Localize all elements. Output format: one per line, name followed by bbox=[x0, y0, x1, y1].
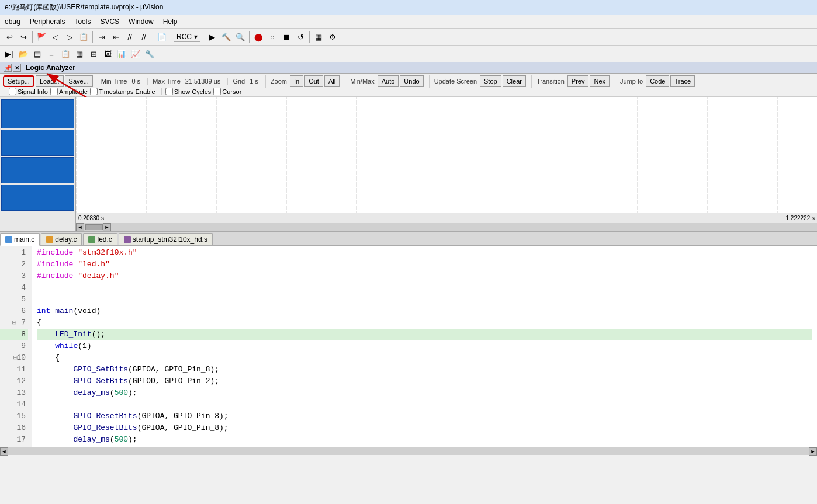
view5-btn[interactable]: 📊 bbox=[115, 47, 128, 60]
tab-icon-led bbox=[88, 236, 95, 243]
la-trace-btn[interactable]: Trace bbox=[670, 75, 695, 87]
cursor-checkbox[interactable] bbox=[213, 88, 221, 95]
la-signal-info-check[interactable]: Signal Info bbox=[9, 88, 48, 95]
menu-debug[interactable]: ebug bbox=[0, 16, 25, 27]
comment-btn[interactable]: // bbox=[123, 30, 136, 43]
la-checkboxes: Signal Info Amplitude Timestamps Enable bbox=[5, 88, 157, 95]
copy-btn[interactable]: 📋 bbox=[77, 30, 90, 43]
editor-scroll-right[interactable]: ► bbox=[809, 447, 817, 456]
zoom-btn[interactable]: 🔍 bbox=[234, 30, 247, 43]
timestamps-label: Timestamps Enable bbox=[99, 88, 155, 95]
rcc-dropdown[interactable]: RCC ▾ bbox=[174, 32, 200, 42]
la-setup-btn[interactable]: Setup... bbox=[3, 75, 34, 87]
la-pin-icon[interactable]: 📌 bbox=[4, 64, 12, 72]
code-line-8: LED_Init(); bbox=[37, 329, 812, 340]
step-btn[interactable]: ▶| bbox=[3, 47, 16, 60]
la-show-cycles-check[interactable]: Show Cycles bbox=[165, 88, 212, 95]
view6-btn[interactable]: 📈 bbox=[129, 47, 142, 60]
la-signal-1 bbox=[1, 99, 74, 128]
la-stop-btn[interactable]: Stop bbox=[480, 75, 501, 87]
editor-scroll-left[interactable]: ◄ bbox=[0, 447, 8, 456]
la-load-btn[interactable]: Load... bbox=[36, 75, 64, 87]
outdent-btn[interactable]: ⇤ bbox=[109, 30, 122, 43]
uncomment-btn[interactable]: // bbox=[137, 30, 150, 43]
editor-area: main.c delay.c led.c startup_stm32f10x_h… bbox=[0, 232, 817, 455]
la-mintime-label: Min Time bbox=[101, 78, 127, 85]
tools-btn[interactable]: 🔧 bbox=[143, 47, 156, 60]
la-zoom-out-btn[interactable]: Out bbox=[304, 75, 323, 87]
la-next-btn[interactable]: Nex bbox=[590, 75, 610, 87]
tab-startup[interactable]: startup_stm32f10x_hd.s bbox=[119, 233, 213, 245]
settings-btn[interactable]: ⚙ bbox=[326, 30, 339, 43]
la-transition-label: Transition bbox=[536, 78, 565, 85]
reset-btn[interactable]: ↺ bbox=[294, 30, 307, 43]
signal-info-checkbox[interactable] bbox=[9, 88, 16, 95]
cursor-label: Cursor bbox=[222, 88, 241, 95]
record-btn[interactable]: ⬤ bbox=[252, 30, 265, 43]
la-zoom-all-btn[interactable]: All bbox=[324, 75, 340, 87]
la-zoom-in-btn[interactable]: In bbox=[290, 75, 303, 87]
run-btn[interactable]: ▶ bbox=[206, 30, 219, 43]
file-btn[interactable]: 📄 bbox=[155, 30, 168, 43]
redo-btn[interactable]: ↪ bbox=[17, 30, 30, 43]
view2-btn[interactable]: ▦ bbox=[73, 47, 86, 60]
view4-btn[interactable]: 🖼 bbox=[101, 47, 114, 60]
view-btn[interactable]: ▦ bbox=[312, 30, 325, 43]
la-cursor-check[interactable]: Cursor bbox=[213, 88, 241, 95]
stop-btn[interactable]: ⏹ bbox=[280, 30, 293, 43]
step2-btn[interactable]: 📂 bbox=[17, 47, 30, 60]
menu-svcs[interactable]: SVCS bbox=[95, 16, 124, 27]
sep3 bbox=[153, 31, 153, 43]
la-close-icon[interactable]: ✕ bbox=[13, 64, 21, 72]
menu-peripherals[interactable]: Peripherals bbox=[25, 16, 70, 27]
la-scroll-left[interactable]: ◄ bbox=[76, 223, 84, 231]
la-scrollbar-thumb[interactable] bbox=[85, 224, 103, 230]
prev-btn[interactable]: ◁ bbox=[49, 30, 62, 43]
menu-help[interactable]: Help bbox=[158, 16, 182, 27]
tab-main-c[interactable]: main.c bbox=[0, 233, 40, 246]
la-maxtime-label: Max Time bbox=[153, 78, 181, 85]
la-title-bar: 📌 ✕ Logic Analyzer bbox=[0, 62, 817, 74]
la-code-btn[interactable]: Code bbox=[646, 75, 669, 87]
la-signal-list bbox=[0, 97, 76, 231]
la-canvas-container: 0.20830 s 1.222222 s ◄ ► bbox=[76, 97, 817, 231]
next-btn[interactable]: ▷ bbox=[63, 30, 76, 43]
la-grid-value: 1 s bbox=[250, 78, 258, 85]
la-auto-btn[interactable]: Auto bbox=[378, 75, 399, 87]
build-btn[interactable]: 🔨 bbox=[220, 30, 233, 43]
code-line-5 bbox=[37, 294, 812, 305]
code-line-16: GPIO_ResetBits(GPIOA, GPIO_Pin_8); bbox=[37, 422, 812, 434]
undo-btn[interactable]: ↩ bbox=[3, 30, 16, 43]
sep6 bbox=[249, 31, 250, 43]
ln-11: 11 bbox=[0, 364, 28, 376]
tab-led-c[interactable]: led.c bbox=[83, 233, 117, 245]
code-line-3: #include "delay.h" bbox=[37, 270, 812, 282]
la-maxtime-value: 21.51389 us bbox=[185, 78, 221, 85]
menu-tools[interactable]: Tools bbox=[70, 16, 95, 27]
code-content[interactable]: ▶▶ #include "stm32f10x.h" #include "led.… bbox=[32, 246, 817, 447]
step5-btn[interactable]: 📋 bbox=[59, 47, 72, 60]
pause-btn[interactable]: ○ bbox=[266, 30, 279, 43]
sep4 bbox=[171, 31, 171, 43]
la-scroll-right[interactable]: ► bbox=[103, 223, 111, 231]
tab-delay-c[interactable]: delay.c bbox=[41, 233, 82, 245]
show-cycles-checkbox[interactable] bbox=[165, 88, 173, 95]
signal-info-label: Signal Info bbox=[18, 88, 48, 95]
la-canvas bbox=[76, 97, 817, 213]
la-timestamps-check[interactable]: Timestamps Enable bbox=[90, 88, 155, 95]
sep7 bbox=[309, 31, 310, 43]
view3-btn[interactable]: ⊞ bbox=[87, 47, 100, 60]
indent-btn[interactable]: ⇥ bbox=[95, 30, 108, 43]
menu-window[interactable]: Window bbox=[124, 16, 158, 27]
la-save-btn[interactable]: Save... bbox=[65, 75, 93, 87]
bookmark-btn[interactable]: 🚩 bbox=[35, 30, 48, 43]
timestamps-checkbox[interactable] bbox=[90, 88, 98, 95]
la-prev-btn[interactable]: Prev bbox=[567, 75, 589, 87]
step4-btn[interactable]: ≡ bbox=[45, 47, 58, 60]
step3-btn[interactable]: ▤ bbox=[31, 47, 44, 60]
la-clear-btn[interactable]: Clear bbox=[503, 75, 526, 87]
amplitude-checkbox[interactable] bbox=[50, 88, 58, 95]
la-amplitude-check[interactable]: Amplitude bbox=[50, 88, 88, 95]
la-transition-group: Transition Prev Nex bbox=[531, 75, 610, 88]
la-undo-btn[interactable]: Undo bbox=[400, 75, 423, 87]
